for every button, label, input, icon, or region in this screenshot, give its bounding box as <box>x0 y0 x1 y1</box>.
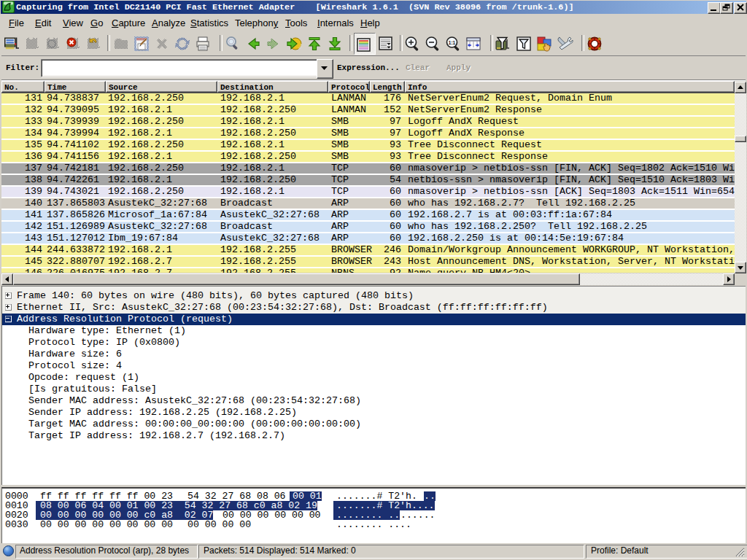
svg-text:1:1: 1:1 <box>449 40 456 45</box>
